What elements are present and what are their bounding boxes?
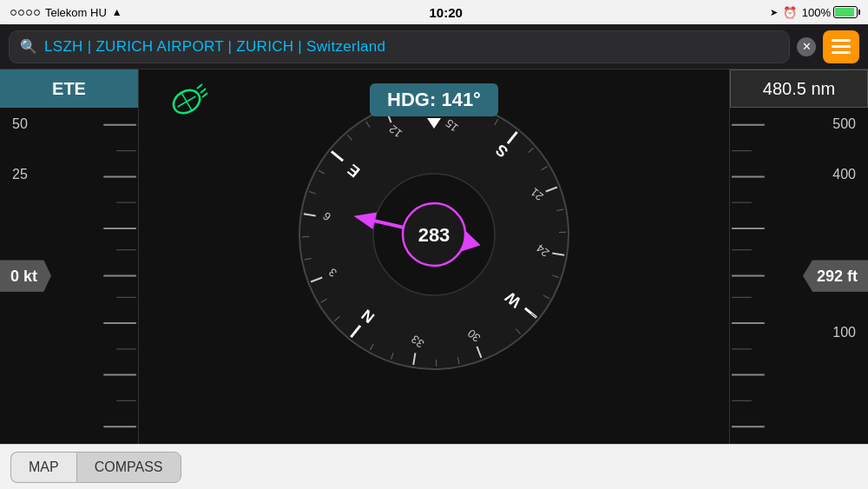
wifi-icon: ▲ bbox=[112, 6, 122, 18]
battery-percent: 100% bbox=[802, 6, 831, 19]
left-panel: ETE 50 25 bbox=[0, 69, 139, 444]
altitude-scale: 500 400 200 100 292 ft bbox=[730, 108, 868, 444]
scale-label-100: 100 bbox=[832, 325, 856, 340]
svg-line-16 bbox=[197, 84, 202, 89]
clear-button[interactable]: ✕ bbox=[797, 37, 816, 56]
carrier-name: Telekom HU bbox=[45, 6, 107, 19]
compass-wrapper: N E S W 3 bbox=[286, 87, 582, 382]
scale-label-25: 25 bbox=[12, 167, 28, 182]
signal-dots bbox=[10, 10, 40, 16]
svg-line-17 bbox=[201, 89, 206, 93]
dot3 bbox=[26, 10, 32, 16]
search-bar: 🔍 LSZH | ZURICH AIRPORT | ZURICH | Switz… bbox=[0, 24, 868, 69]
compass-tab[interactable]: COMPASS bbox=[76, 452, 181, 483]
main-content: ETE 50 25 bbox=[0, 69, 868, 444]
menu-button[interactable] bbox=[823, 30, 859, 63]
compass-svg: N E S W 3 bbox=[286, 87, 582, 382]
svg-text:283: 283 bbox=[418, 224, 450, 246]
svg-point-13 bbox=[169, 86, 204, 115]
search-text: LSZH | ZURICH AIRPORT | ZURICH | Switzer… bbox=[44, 38, 385, 56]
ete-scale: 50 25 0 kt bbox=[0, 108, 138, 444]
status-time: 10:20 bbox=[430, 5, 463, 20]
search-icon: 🔍 bbox=[20, 38, 37, 55]
scale-label-500: 500 bbox=[832, 116, 856, 132]
status-bar: Telekom HU ▲ 10:20 ➤ ⏰ 100% bbox=[0, 0, 868, 24]
svg-line-18 bbox=[202, 93, 207, 97]
map-tab[interactable]: MAP bbox=[10, 452, 76, 483]
alarm-icon: ⏰ bbox=[783, 6, 797, 19]
scale-label-400: 400 bbox=[832, 167, 856, 182]
center-area: HDG: 141° bbox=[139, 69, 729, 444]
status-left: Telekom HU ▲ bbox=[10, 6, 122, 19]
hdg-arrow bbox=[427, 118, 441, 129]
menu-line-3 bbox=[832, 51, 851, 54]
dot1 bbox=[10, 10, 16, 16]
battery-icon bbox=[833, 6, 858, 18]
location-icon: ➤ bbox=[770, 7, 778, 18]
satellite-icon bbox=[165, 80, 208, 121]
battery-container: 100% bbox=[802, 6, 858, 19]
altitude-value: 292 ft bbox=[803, 260, 868, 292]
menu-line-2 bbox=[832, 45, 851, 48]
search-input-container[interactable]: 🔍 LSZH | ZURICH AIRPORT | ZURICH | Switz… bbox=[9, 30, 790, 63]
distance-header: 480.5 nm bbox=[730, 69, 868, 108]
right-panel: 480.5 nm 500 400 200 100 bbox=[729, 69, 868, 444]
speed-value: 0 kt bbox=[0, 260, 51, 292]
menu-line-1 bbox=[832, 39, 851, 42]
svg-line-15 bbox=[178, 96, 196, 107]
battery-fill bbox=[835, 8, 854, 17]
ete-header: ETE bbox=[0, 69, 138, 108]
hdg-display: HDG: 141° bbox=[370, 83, 498, 116]
status-right: ➤ ⏰ 100% bbox=[770, 6, 858, 19]
dot4 bbox=[34, 10, 40, 16]
tab-bar: MAP COMPASS bbox=[0, 444, 868, 489]
dot2 bbox=[18, 10, 24, 16]
scale-label-50: 50 bbox=[12, 116, 28, 132]
